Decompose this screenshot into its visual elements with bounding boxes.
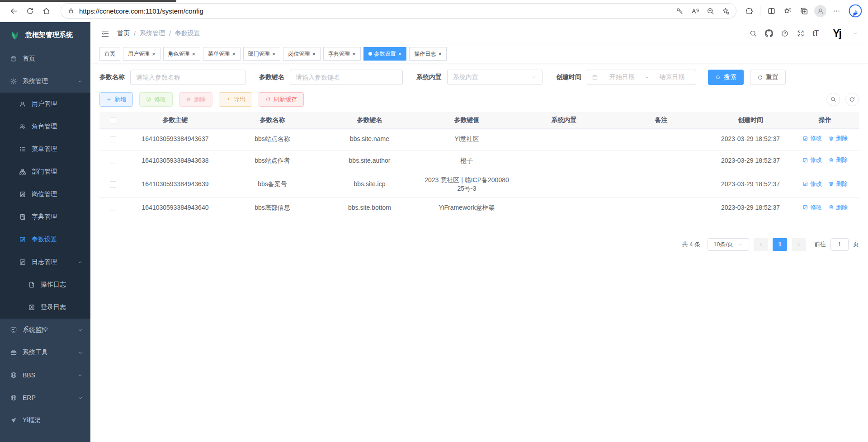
prev-page-button[interactable] <box>754 238 768 251</box>
tab-role-mgmt[interactable]: 角色管理× <box>163 47 201 61</box>
param-name-input[interactable] <box>130 70 245 85</box>
profile-avatar <box>814 5 826 17</box>
edit-button[interactable]: 修改 <box>139 92 173 107</box>
row-delete-link[interactable]: 删除 <box>828 134 848 142</box>
refresh-table-button[interactable] <box>845 93 859 106</box>
end-date-placeholder[interactable]: 结束日期 <box>652 73 691 81</box>
export-button[interactable]: 导出 <box>219 92 252 107</box>
sidebar-item-home[interactable]: 首页 <box>0 47 90 70</box>
tab-home[interactable]: 首页 <box>99 47 120 61</box>
sidebar-item-yi-framework[interactable]: Yi框架 <box>0 409 90 432</box>
row-delete-link[interactable]: 删除 <box>828 156 848 164</box>
close-tab-icon[interactable]: × <box>192 51 196 57</box>
export-button-label: 导出 <box>234 95 245 103</box>
address-bar[interactable]: https://ccnetcore.com:1101/system/config <box>61 3 736 19</box>
browser-home-button[interactable] <box>38 3 54 19</box>
collections-button[interactable] <box>796 3 812 19</box>
sidebar-item-erp[interactable]: ERP <box>0 386 90 409</box>
read-aloud-button[interactable] <box>687 4 703 18</box>
sidebar-item-dept-mgmt[interactable]: 部门管理 <box>0 160 90 183</box>
tab-menu-mgmt[interactable]: 菜单管理× <box>203 47 241 61</box>
browser-profile-button[interactable] <box>812 3 828 19</box>
search-button[interactable]: 搜索 <box>708 70 744 85</box>
extensions-icon <box>745 7 754 15</box>
sidebar-menu: 首页系统管理用户管理角色管理菜单管理部门管理岗位管理字典管理参数设置日志管理操作… <box>0 47 90 432</box>
start-date-placeholder[interactable]: 开始日期 <box>603 73 642 81</box>
breadcrumb-system[interactable]: 系统管理 <box>140 29 165 38</box>
param-key-input[interactable] <box>290 70 403 85</box>
reset-button[interactable]: 重置 <box>750 70 786 85</box>
close-tab-icon[interactable]: × <box>152 51 156 57</box>
help-icon[interactable] <box>781 29 789 38</box>
sidebar-item-system-mgmt[interactable]: 系统管理 <box>0 70 90 93</box>
goto-label: 前往 <box>814 240 826 249</box>
password-button[interactable] <box>672 4 687 18</box>
tab-dict-mgmt[interactable]: 字典管理× <box>323 47 361 61</box>
tab-post-mgmt[interactable]: 岗位管理× <box>283 47 321 61</box>
tab-param-config[interactable]: 参数设置× <box>363 47 407 61</box>
sidebar-item-bbs[interactable]: BBS <box>0 364 90 386</box>
builtin-select[interactable]: 系统内置 <box>447 70 542 85</box>
row-checkbox[interactable] <box>110 158 116 164</box>
font-size-icon[interactable]: tT <box>812 29 818 38</box>
sidebar-item-menu-mgmt[interactable]: 菜单管理 <box>0 138 90 160</box>
sidebar-item-dict-mgmt[interactable]: 字典管理 <box>0 206 90 228</box>
sidebar-item-user-mgmt[interactable]: 用户管理 <box>0 93 90 115</box>
close-tab-icon[interactable]: × <box>352 51 356 57</box>
row-edit-link[interactable]: 修改 <box>802 156 822 164</box>
search-icon[interactable] <box>749 29 757 38</box>
favorites-button[interactable] <box>779 3 796 19</box>
row-checkbox[interactable] <box>110 205 116 211</box>
row-delete-link[interactable]: 删除 <box>828 203 848 212</box>
sidebar-item-post-mgmt[interactable]: 岗位管理 <box>0 183 90 206</box>
browser-more-button[interactable] <box>828 3 844 19</box>
tab-operation-log[interactable]: 操作日志× <box>409 47 447 61</box>
close-tab-icon[interactable]: × <box>272 51 276 57</box>
close-tab-icon[interactable]: × <box>312 51 316 57</box>
close-tab-icon[interactable]: × <box>398 51 402 57</box>
sidebar-item-param-config[interactable]: 参数设置 <box>0 228 90 251</box>
refresh-cache-button[interactable]: 刷新缓存 <box>259 92 304 107</box>
page-size-select[interactable]: 10条/页 <box>708 238 749 251</box>
zoom-out-button[interactable] <box>703 4 718 18</box>
close-tab-icon[interactable]: × <box>232 51 236 57</box>
sidebar-item-log-mgmt[interactable]: 日志管理 <box>0 251 90 273</box>
next-page-button[interactable] <box>792 238 806 251</box>
select-all-checkbox[interactable] <box>110 117 116 123</box>
browser-refresh-button[interactable] <box>22 3 38 19</box>
chevron-down-icon[interactable] <box>853 31 858 36</box>
page-1-button[interactable]: 1 <box>773 238 787 251</box>
row-edit-link[interactable]: 修改 <box>802 180 822 188</box>
sidebar-fold-icon[interactable] <box>100 29 110 38</box>
github-icon[interactable] <box>765 29 773 38</box>
bing-chat-button[interactable] <box>847 3 863 19</box>
row-delete-link[interactable]: 删除 <box>828 180 848 188</box>
extensions-button[interactable] <box>741 3 757 19</box>
user-avatar-logo[interactable]: Yj <box>829 26 845 41</box>
url-text[interactable]: https://ccnetcore.com:1101/system/config <box>79 7 203 15</box>
sidebar-item-system-tools[interactable]: 系统工具 <box>0 341 90 364</box>
sidebar-item-system-monitor[interactable]: 系统监控 <box>0 319 90 341</box>
browser-back-button[interactable] <box>5 3 22 19</box>
sidebar-item-operation-log[interactable]: 操作日志 <box>0 273 90 296</box>
split-screen-button[interactable] <box>763 3 779 19</box>
row-edit-link[interactable]: 修改 <box>802 134 822 142</box>
app-logo[interactable]: 意框架管理系统 <box>0 22 90 47</box>
sidebar-item-login-log[interactable]: 登录日志 <box>0 296 90 319</box>
delete-button[interactable]: 删除 <box>179 92 212 107</box>
add-button[interactable]: 新增 <box>99 92 133 107</box>
fullscreen-icon[interactable] <box>797 29 805 38</box>
show-search-button[interactable] <box>826 93 840 106</box>
add-favorite-button[interactable] <box>718 4 733 18</box>
breadcrumb-home[interactable]: 首页 <box>117 29 130 38</box>
goto-page-input[interactable] <box>830 238 849 251</box>
sidebar-item-role-mgmt[interactable]: 角色管理 <box>0 115 90 138</box>
tab-user-mgmt[interactable]: 用户管理× <box>123 47 160 61</box>
row-checkbox[interactable] <box>110 181 116 188</box>
tab-dept-mgmt[interactable]: 部门管理× <box>243 47 281 61</box>
close-tab-icon[interactable]: × <box>438 51 442 57</box>
row-checkbox[interactable] <box>110 136 116 142</box>
date-range-picker[interactable]: 开始日期 - 结束日期 <box>587 70 696 85</box>
row-edit-link[interactable]: 修改 <box>802 203 822 212</box>
cell-created: 2023-03-29 18:52:37 <box>721 135 780 142</box>
